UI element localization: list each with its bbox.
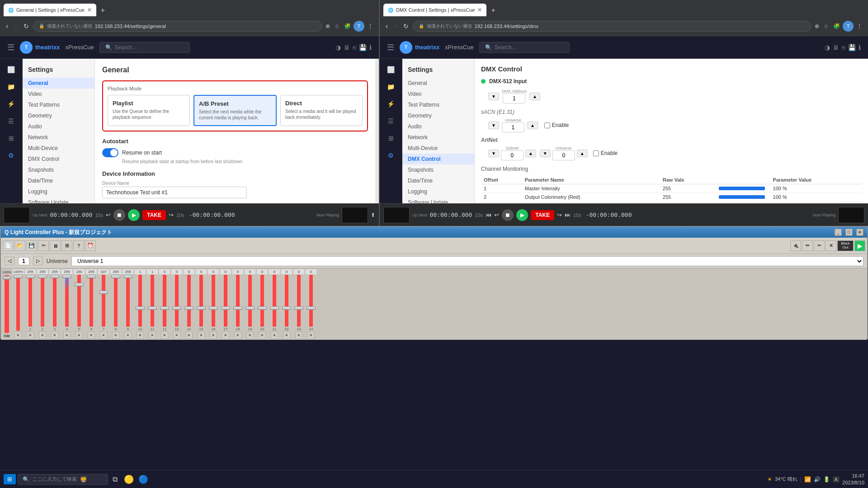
fader-handle[interactable]: [123, 275, 132, 278]
left-forward-btn[interactable]: ›: [12, 20, 19, 32]
sacn-universe-input[interactable]: [502, 122, 524, 132]
nav-icon-list[interactable]: ☰: [4, 114, 19, 128]
right-sidebar-multidevice[interactable]: Multi-Device: [402, 143, 474, 154]
taskbar-taskview-btn[interactable]: ⧉: [110, 474, 120, 485]
right-transport-skip-back-btn[interactable]: ⏮: [486, 211, 491, 218]
playback-option-direct[interactable]: Direct Select a media and it will be pla…: [280, 95, 363, 126]
fader-mute-btn[interactable]: ✕: [295, 332, 302, 339]
fader-mute-btn[interactable]: ✕: [51, 332, 58, 339]
fader-mute-btn[interactable]: ✕: [283, 332, 290, 339]
right-profile-btn[interactable]: T: [843, 21, 854, 32]
fader-mute-btn[interactable]: ✕: [185, 332, 193, 339]
left-save-btn[interactable]: 💾: [359, 44, 367, 51]
dmx-addr-down-btn[interactable]: ▼: [488, 93, 499, 100]
right-forward-btn[interactable]: ›: [392, 20, 399, 32]
fader-track[interactable]: [28, 275, 32, 327]
sacn-enable-checkbox[interactable]: [544, 122, 550, 128]
right-display-btn[interactable]: 🖥: [833, 44, 839, 51]
nav-icon-gear[interactable]: ⚙: [4, 148, 19, 163]
artnet-enable-checkbox[interactable]: [593, 150, 599, 156]
fader-mute-btn[interactable]: ✕: [39, 332, 46, 339]
sidebar-item-logging[interactable]: Logging: [23, 186, 94, 197]
nav-icon-plug[interactable]: ⚡: [4, 97, 19, 111]
taskbar-chrome-btn[interactable]: 🟡: [122, 474, 136, 485]
taskbar-edge-btn[interactable]: 🔵: [137, 474, 150, 485]
right-new-tab-btn[interactable]: +: [488, 5, 498, 15]
sidebar-item-datetime[interactable]: Date/Time: [23, 175, 94, 186]
qlc-minimize-btn[interactable]: _: [835, 229, 842, 236]
fader-track[interactable]: [212, 275, 215, 327]
fader-track[interactable]: [114, 275, 118, 327]
nav-icon-grid[interactable]: ⊞: [4, 131, 19, 145]
left-transport-forward-btn[interactable]: ↪: [169, 211, 174, 218]
fader-mute-btn[interactable]: ✕: [307, 332, 315, 339]
qlc-master-fader-track[interactable]: [5, 275, 9, 333]
dmx-address-input[interactable]: [503, 94, 525, 103]
fader-handle[interactable]: [172, 306, 181, 310]
qlc-maximize-btn[interactable]: □: [845, 229, 853, 236]
right-theme-btn[interactable]: ◑: [825, 44, 830, 51]
artnet-universe-up-btn[interactable]: ▲: [577, 150, 588, 157]
playback-option-playlist[interactable]: Playlist Use the Queue to define the pla…: [108, 95, 190, 126]
left-tab-close[interactable]: ✕: [87, 7, 92, 13]
artnet-subnet-up-btn[interactable]: ▲: [525, 150, 536, 157]
fader-handle[interactable]: [209, 306, 218, 310]
fader-mute-btn[interactable]: ✕: [210, 332, 217, 339]
sacn-up-btn[interactable]: ▲: [527, 122, 538, 129]
left-cast-btn[interactable]: ⎋: [353, 44, 356, 51]
qlc-blackout-btn[interactable]: Black Out: [837, 240, 854, 251]
fader-track[interactable]: [175, 275, 179, 327]
right-active-tab[interactable]: 🌐 DMX Control | Settings | xPressCue ✕: [383, 4, 486, 16]
right-sidebar-softwareupdate[interactable]: Software Update: [402, 197, 474, 203]
right-star-btn[interactable]: ☆: [822, 21, 830, 32]
fader-handle[interactable]: [111, 275, 120, 278]
left-scrollbar[interactable]: [375, 59, 379, 203]
qlc-patch-btn[interactable]: 🔌: [790, 240, 801, 251]
fader-handle[interactable]: [136, 306, 145, 310]
fader-handle[interactable]: [87, 275, 96, 278]
right-back-btn[interactable]: ‹: [383, 20, 390, 32]
fader-handle[interactable]: [258, 306, 267, 310]
fader-mute-btn[interactable]: ✕: [14, 332, 22, 339]
right-sidebar-general[interactable]: General: [402, 78, 474, 89]
left-new-tab-btn[interactable]: +: [98, 5, 108, 15]
left-transport-back-btn[interactable]: ↩: [106, 211, 111, 218]
dmx-addr-up-btn[interactable]: ▲: [529, 93, 540, 100]
fader-track[interactable]: [248, 275, 252, 327]
artnet-universe-down-btn[interactable]: ▼: [540, 150, 551, 157]
right-transport-play-btn[interactable]: ▶: [516, 209, 528, 221]
fader-mute-btn[interactable]: ✕: [234, 332, 241, 339]
right-sidebar-geometry[interactable]: Geometry: [402, 110, 474, 121]
left-expand-btn[interactable]: ⬆: [371, 212, 375, 218]
fader-handle[interactable]: [38, 275, 47, 278]
fader-mute-btn[interactable]: ✕: [222, 332, 229, 339]
fader-track[interactable]: [285, 275, 288, 327]
sidebar-item-video[interactable]: Video: [23, 89, 94, 99]
artnet-universe-input[interactable]: [552, 150, 575, 160]
fader-mute-btn[interactable]: ✕: [75, 332, 83, 339]
fader-handle[interactable]: [197, 306, 206, 310]
qlc-master-fader-handle[interactable]: [3, 276, 11, 280]
fader-track[interactable]: [77, 275, 81, 327]
sidebar-item-general[interactable]: General: [23, 78, 94, 89]
right-menu-btn[interactable]: ⋮: [854, 21, 864, 32]
fader-track[interactable]: [309, 275, 313, 327]
fader-mute-btn[interactable]: ✕: [63, 332, 71, 339]
fader-handle[interactable]: [160, 306, 169, 310]
left-url[interactable]: 192.168.233.44/settings/general: [95, 23, 166, 29]
fader-track[interactable]: [138, 275, 142, 327]
sidebar-item-softwareupdate[interactable]: Software Update: [23, 197, 94, 203]
taskbar-search[interactable]: 🔍 ここに入力して検索 🦁: [18, 474, 108, 485]
fader-mute-btn[interactable]: ✕: [88, 332, 95, 339]
fader-track[interactable]: [187, 275, 191, 327]
fader-handle[interactable]: [14, 275, 23, 278]
right-tab-close[interactable]: ✕: [477, 7, 482, 13]
right-transport-stop-btn[interactable]: ⏹: [502, 209, 514, 221]
right-sidebar-dmxcontrol[interactable]: DMX Control: [402, 154, 474, 164]
fader-mute-btn[interactable]: ✕: [271, 332, 278, 339]
fader-mute-btn[interactable]: ✕: [161, 332, 168, 339]
right-cast-btn[interactable]: ⎋: [842, 44, 845, 51]
left-star-btn[interactable]: ☆: [333, 21, 341, 32]
left-transport-stop-btn[interactable]: ⏹: [113, 209, 125, 221]
fader-mute-btn[interactable]: ✕: [137, 332, 144, 339]
